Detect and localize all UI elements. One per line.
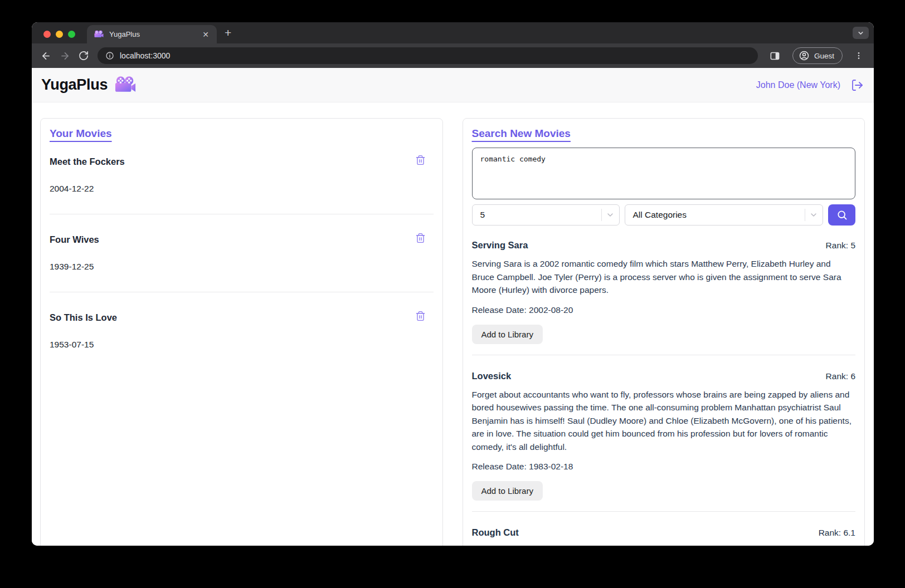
- maximize-window-button[interactable]: [68, 31, 75, 38]
- logout-icon[interactable]: [850, 79, 864, 92]
- reload-button[interactable]: [74, 46, 93, 65]
- movie-title: So This Is Love: [50, 312, 117, 323]
- profile-label: Guest: [814, 52, 834, 60]
- delete-movie-button[interactable]: [415, 155, 426, 165]
- result-rank: Rank: 6: [826, 371, 855, 381]
- forward-button[interactable]: [55, 46, 74, 65]
- select-divider: [805, 209, 805, 221]
- search-button[interactable]: [828, 204, 855, 226]
- movie-release-date: 1939-12-25: [50, 262, 434, 272]
- category-value: All Categories: [633, 210, 687, 220]
- your-movies-panel: Your Movies Meet the Fockers 2004-12-22: [40, 118, 443, 546]
- back-button[interactable]: [36, 46, 55, 65]
- add-to-library-button[interactable]: Add to Library: [472, 325, 543, 344]
- tab-yugaplus[interactable]: YugaPlus ✕: [87, 25, 217, 43]
- brand: YugaPlus: [41, 76, 136, 94]
- add-to-library-button[interactable]: Add to Library: [472, 481, 543, 501]
- browser-toolbar: localhost:3000 Guest: [32, 43, 874, 68]
- delete-movie-button[interactable]: [415, 311, 426, 321]
- movie-title: Meet the Fockers: [50, 156, 125, 167]
- search-icon: [836, 209, 848, 220]
- category-select[interactable]: All Categories: [625, 204, 824, 226]
- user-avatar-icon: [799, 50, 810, 61]
- movie-release-date: 1953-07-15: [50, 340, 434, 350]
- search-result: Serving Sara Rank: 5 Serving Sara is a 2…: [472, 226, 856, 355]
- tab-strip: YugaPlus ✕ +: [32, 22, 874, 43]
- movie-title: Four Wives: [50, 234, 99, 245]
- library-item: So This Is Love 1953-07-15: [50, 292, 434, 370]
- result-title: Lovesick: [472, 371, 512, 381]
- search-query-input[interactable]: romantic comedy: [472, 148, 856, 199]
- site-info-icon[interactable]: [105, 51, 114, 60]
- content: Your Movies Meet the Fockers 2004-12-22: [32, 102, 874, 546]
- url-bar[interactable]: localhost:3000: [98, 47, 758, 64]
- chevron-down-icon: [606, 210, 615, 219]
- search-panel: Search New Movies romantic comedy 5 All …: [463, 118, 865, 546]
- result-rank: Rank: 5: [826, 241, 855, 251]
- chevron-down-icon: [809, 210, 818, 219]
- delete-movie-button[interactable]: [415, 233, 426, 243]
- result-limit-select[interactable]: 5: [472, 204, 620, 226]
- minimize-window-button[interactable]: [56, 31, 63, 38]
- header-right: John Doe (New York): [756, 79, 864, 92]
- traffic-lights: [32, 31, 75, 43]
- app-header: YugaPlus: [32, 68, 874, 102]
- back-arrow-icon: [41, 51, 51, 61]
- movie-camera-logo-icon: [115, 76, 136, 94]
- result-release-date: Release Date: 1983-02-18: [472, 462, 856, 472]
- chevron-down-icon: [857, 30, 864, 37]
- screenshot-stage: YugaPlus ✕ + localhost:3000: [0, 0, 905, 588]
- library-item: Meet the Fockers 2004-12-22: [50, 140, 434, 214]
- close-window-button[interactable]: [43, 31, 51, 38]
- forward-arrow-icon: [60, 51, 70, 61]
- brand-title: YugaPlus: [41, 76, 108, 94]
- library-item: Four Wives 1939-12-25: [50, 214, 434, 292]
- result-description: Forget about accountants who want to fly…: [472, 388, 856, 454]
- trash-icon: [415, 233, 426, 243]
- tab-close-icon[interactable]: ✕: [200, 30, 211, 40]
- browser-menu-button[interactable]: [849, 46, 868, 65]
- movie-camera-favicon: [94, 30, 104, 38]
- tab-title: YugaPlus: [109, 30, 200, 38]
- reload-icon: [79, 51, 89, 61]
- search-result: Lovesick Rank: 6 Forget about accountant…: [472, 355, 856, 512]
- result-description: Serving Sara is a 2002 romantic comedy f…: [472, 257, 856, 297]
- movie-release-date: 2004-12-22: [50, 184, 434, 194]
- url-text: localhost:3000: [120, 51, 170, 60]
- result-limit-value: 5: [480, 210, 485, 220]
- trash-icon: [415, 311, 426, 321]
- user-name: John Doe (New York): [756, 80, 840, 90]
- result-title: Serving Sara: [472, 240, 528, 251]
- select-divider: [601, 209, 602, 221]
- browser-window: YugaPlus ✕ + localhost:3000: [32, 22, 874, 546]
- search-controls: 5 All Categories: [472, 204, 856, 226]
- search-result: Rough Cut Rank: 6.1: [472, 511, 856, 538]
- tab-search-chevron-button[interactable]: [853, 27, 869, 39]
- kebab-menu-icon: [854, 51, 863, 60]
- profile-button[interactable]: Guest: [792, 47, 843, 64]
- search-heading: Search New Movies: [472, 128, 571, 140]
- yugaplus-page: YugaPlus: [32, 68, 874, 546]
- your-movies-heading: Your Movies: [50, 128, 112, 140]
- trash-icon: [415, 155, 426, 165]
- result-title: Rough Cut: [472, 527, 519, 538]
- new-tab-button[interactable]: +: [225, 26, 231, 40]
- side-panel-button[interactable]: [766, 46, 785, 65]
- result-rank: Rank: 6.1: [819, 528, 855, 538]
- side-panel-icon: [770, 51, 780, 61]
- result-release-date: Release Date: 2002-08-20: [472, 305, 856, 315]
